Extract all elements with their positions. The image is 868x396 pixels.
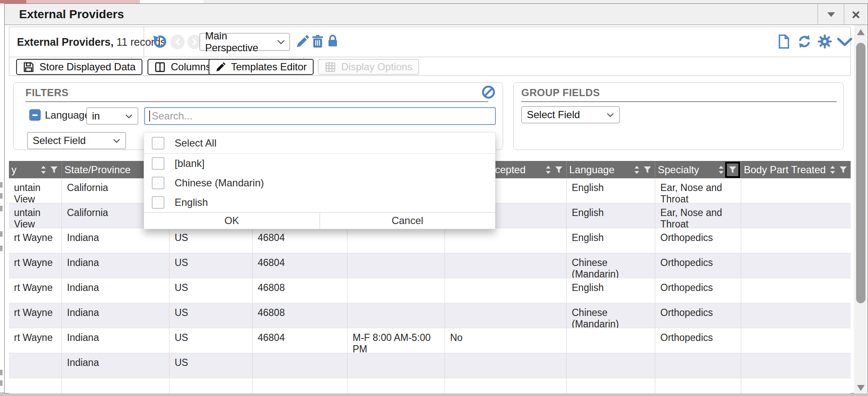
vertical-scrollbar[interactable] (854, 25, 868, 393)
templates-editor-button[interactable]: Templates Editor (209, 59, 314, 75)
filter-funnel-icon[interactable] (839, 166, 847, 174)
collapse-toolbar-icon[interactable] (837, 37, 853, 47)
cell-zip[interactable] (252, 353, 347, 378)
cell-state[interactable]: Indiana (61, 278, 169, 303)
cell-language[interactable]: Chinese (Mandarin) (566, 303, 655, 328)
filter-funnel-icon[interactable] (555, 166, 563, 174)
cell-hours[interactable]: M-F 8:00 AM-5:00 PM (347, 328, 445, 353)
group-field-select[interactable]: Select Field (521, 106, 620, 123)
cell-language[interactable] (566, 378, 655, 393)
cell-country[interactable]: US (169, 303, 252, 328)
cell-language[interactable]: English (566, 203, 655, 228)
focused-filter-funnel[interactable] (725, 162, 740, 178)
columns-button[interactable]: Columns (147, 59, 218, 75)
cell-city[interactable] (9, 378, 61, 393)
cell-hours[interactable] (347, 353, 445, 378)
dropdown-option[interactable]: Select All (144, 133, 495, 153)
filter-funnel-icon[interactable] (50, 166, 58, 174)
table-row[interactable]: rt WayneIndianaUS46804M-F 8:00 AM-5:00 P… (9, 328, 851, 353)
table-row[interactable]: rt WayneIndianaUS46804EnglishOrthopedics (9, 228, 851, 253)
sort-icon[interactable] (718, 165, 724, 174)
cell-city[interactable]: untain View (9, 203, 61, 228)
cell-bodypart[interactable] (741, 253, 851, 278)
refresh-icon[interactable] (797, 34, 812, 49)
filter-funnel-icon[interactable] (729, 166, 737, 174)
cell-specialty[interactable]: Orthopedics (655, 253, 741, 278)
cell-language[interactable] (566, 353, 655, 378)
back-button[interactable] (170, 35, 185, 49)
cell-state[interactable]: Indiana (61, 328, 169, 353)
cell-accepted[interactable] (445, 353, 566, 378)
cell-hours[interactable] (347, 278, 445, 303)
cell-zip[interactable]: 46804 (252, 253, 347, 278)
checkbox-unchecked[interactable] (152, 177, 164, 189)
cell-state[interactable]: Indiana (61, 353, 169, 378)
cell-accepted[interactable]: No (445, 328, 566, 353)
cell-specialty[interactable]: Orthopedics (655, 303, 741, 328)
cell-specialty[interactable]: Orthopedics (655, 278, 741, 303)
scroll-up-arrow-icon[interactable] (857, 29, 865, 35)
filter-search-input[interactable] (144, 107, 496, 125)
dropdown-option[interactable]: [blank] (144, 154, 495, 173)
cell-accepted[interactable] (445, 278, 566, 303)
cell-zip[interactable]: 46804 (252, 328, 347, 353)
cell-specialty[interactable]: Orthopedics (655, 228, 741, 253)
checkbox-unchecked[interactable] (152, 157, 164, 170)
dropdown-option[interactable]: Chinese (Mandarin) (144, 173, 495, 193)
cell-accepted[interactable] (445, 378, 566, 393)
cell-accepted[interactable] (445, 253, 566, 278)
cell-accepted[interactable] (445, 303, 566, 328)
sort-icon[interactable] (829, 165, 836, 174)
cell-state[interactable]: Indiana (61, 228, 169, 253)
cell-bodypart[interactable] (741, 278, 851, 303)
cell-specialty[interactable] (655, 353, 741, 378)
table-row[interactable]: rt WayneIndianaUS46808EnglishOrthopedics (9, 278, 851, 303)
cell-hours[interactable] (347, 228, 445, 253)
cell-country[interactable] (169, 378, 252, 393)
cell-accepted[interactable] (445, 228, 566, 253)
cell-zip[interactable]: 46808 (252, 303, 347, 328)
cell-zip[interactable]: 46808 (252, 278, 347, 303)
cell-language[interactable]: English (566, 278, 655, 303)
cell-city[interactable]: untain View (9, 178, 61, 203)
clear-filters-icon[interactable] (481, 85, 495, 99)
undo-icon[interactable] (152, 34, 167, 49)
cell-country[interactable]: US (169, 353, 252, 378)
cell-zip[interactable] (252, 378, 347, 393)
cell-language[interactable]: Chinese (Mandarin) (566, 253, 655, 278)
table-row[interactable]: IndianaUS (9, 353, 851, 378)
dropdown-option[interactable]: English (144, 193, 495, 212)
scroll-down-arrow-icon[interactable] (857, 385, 865, 391)
cell-city[interactable]: rt Wayne (9, 278, 61, 303)
cell-country[interactable]: US (169, 228, 252, 253)
cell-bodypart[interactable] (741, 303, 851, 328)
cell-bodypart[interactable] (741, 378, 851, 393)
cancel-button[interactable]: Cancel (320, 213, 495, 229)
table-row[interactable] (9, 378, 851, 393)
table-row[interactable]: rt WayneIndianaUS46804Chinese (Mandarin)… (9, 253, 851, 278)
cell-language[interactable]: English (566, 178, 655, 203)
perspective-select[interactable]: Main Perspective (200, 33, 290, 51)
cell-hours[interactable] (347, 378, 445, 393)
column-header-specialty[interactable]: Specialty (655, 161, 741, 178)
remove-filter-button[interactable] (29, 109, 41, 121)
cell-hours[interactable] (347, 303, 445, 328)
column-header-city[interactable]: y (9, 161, 61, 178)
column-header-bodypart[interactable]: Body Part Treated (741, 161, 851, 178)
cell-city[interactable]: rt Wayne (9, 253, 61, 278)
table-row[interactable]: rt WayneIndianaUS46808Chinese (Mandarin)… (9, 303, 851, 328)
cell-bodypart[interactable] (741, 328, 851, 353)
cell-country[interactable]: US (169, 253, 252, 278)
cell-city[interactable]: rt Wayne (9, 228, 61, 253)
dialog-close-button[interactable]: × (844, 4, 868, 25)
cell-hours[interactable] (347, 253, 445, 278)
ok-button[interactable]: OK (144, 213, 320, 229)
cell-bodypart[interactable] (741, 178, 851, 203)
sort-icon[interactable] (545, 165, 551, 174)
delete-perspective-icon[interactable] (311, 34, 324, 49)
cell-city[interactable]: rt Wayne (9, 328, 61, 353)
new-document-icon[interactable] (777, 33, 790, 50)
store-displayed-data-button[interactable]: Store Displayed Data (16, 59, 142, 75)
dialog-menu-button[interactable] (818, 4, 844, 25)
cell-state[interactable]: Indiana (61, 253, 169, 278)
